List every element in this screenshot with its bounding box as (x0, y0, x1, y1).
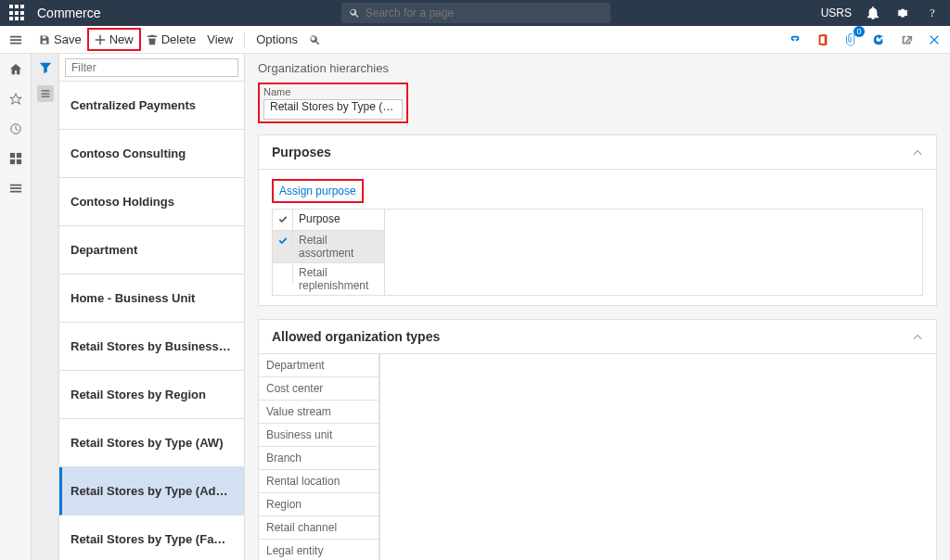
list-filter-bar (59, 54, 244, 82)
org-type-row[interactable]: Legal entity (259, 540, 379, 560)
hierarchy-item[interactable]: Contoso Holdings (59, 178, 244, 226)
check-icon (278, 215, 288, 224)
page-title: Organization hierarchies (245, 54, 950, 83)
filter-input[interactable] (65, 58, 238, 77)
app-launcher-icon[interactable] (9, 5, 26, 21)
toolbar-search-button[interactable] (303, 32, 326, 48)
svg-rect-3 (16, 153, 20, 158)
gear-icon[interactable] (894, 5, 911, 21)
delete-button[interactable]: Delete (141, 30, 202, 49)
hierarchy-item[interactable]: Retail Stores by Type (Advent (59, 467, 244, 515)
popout-icon[interactable] (898, 32, 915, 48)
topbar: Commerce USRS ? (0, 0, 950, 26)
new-label: New (109, 32, 134, 46)
toolbar-right: 0 (787, 32, 943, 48)
purpose-label: Retail replenishment (293, 263, 384, 295)
home-icon[interactable] (7, 61, 24, 78)
list-view-icon[interactable] (37, 85, 54, 102)
org-type-row[interactable]: Region (259, 493, 379, 516)
link-icon[interactable] (787, 32, 803, 48)
workspaces-icon[interactable] (7, 150, 24, 167)
brand-title: Commerce (37, 6, 100, 20)
assign-purpose-link[interactable]: Assign purpose (274, 181, 362, 201)
org-type-row[interactable]: Value stream (259, 401, 379, 424)
hierarchy-item[interactable]: Home - Business Unit (59, 274, 244, 323)
attachments-icon[interactable]: 0 (842, 32, 859, 48)
search-icon (309, 34, 320, 45)
modules-icon[interactable] (7, 180, 24, 197)
hierarchy-item[interactable]: Contoso Consulting (59, 130, 244, 178)
org-type-row[interactable]: Branch (259, 447, 379, 470)
new-button[interactable]: New (87, 28, 141, 51)
hierarchy-list: Centralized PaymentsContoso ConsultingCo… (59, 82, 244, 560)
global-search[interactable] (341, 3, 610, 23)
purposes-title: Purposes (272, 145, 331, 159)
svg-rect-5 (16, 159, 20, 164)
allowed-types-card: Allowed organization types DepartmentCos… (258, 319, 937, 560)
org-type-row[interactable]: Retail channel (259, 516, 379, 540)
purpose-column-label: Purpose (293, 210, 384, 230)
org-type-row[interactable]: Department (259, 354, 379, 377)
chevron-up-icon[interactable] (912, 146, 923, 158)
recent-icon[interactable] (7, 121, 24, 137)
hierarchy-item[interactable]: Retail Stores by Business Unit (59, 323, 244, 371)
nav-rail (0, 54, 32, 560)
purpose-table-header: Purpose (273, 210, 384, 231)
hierarchy-item[interactable]: Department (59, 226, 244, 274)
detail-pane: Organization hierarchies Name Retail Sto… (245, 54, 950, 560)
hierarchy-list-pane: Centralized PaymentsContoso ConsultingCo… (59, 54, 245, 560)
close-icon[interactable] (926, 32, 943, 48)
hierarchy-item[interactable]: Retail Stores by Type (AW) (59, 419, 244, 467)
separator (244, 32, 245, 48)
hamburger-icon[interactable] (7, 32, 24, 48)
command-bar: Save New Delete View Options 0 (0, 26, 950, 54)
purpose-row[interactable]: Retail assortment (273, 231, 384, 263)
purpose-checkbox[interactable] (273, 231, 293, 251)
chevron-up-icon[interactable] (912, 331, 923, 342)
bell-icon[interactable] (865, 5, 881, 21)
svg-rect-2 (9, 153, 14, 158)
allowed-types-title: Allowed organization types (272, 329, 440, 344)
purpose-label: Retail assortment (293, 231, 384, 262)
hierarchy-item[interactable]: Retail Stores by Region (59, 371, 244, 419)
save-label: Save (54, 32, 82, 46)
save-button[interactable]: Save (33, 30, 87, 49)
org-type-row[interactable]: Cost center (259, 377, 379, 401)
topbar-right: USRS ? (821, 5, 941, 21)
svg-rect-4 (9, 159, 14, 164)
hierarchy-item[interactable]: Retail Stores by Type (Fabrik... (59, 515, 244, 560)
org-type-row[interactable]: Business unit (259, 424, 379, 447)
global-search-input[interactable] (366, 6, 604, 19)
attachment-badge: 0 (854, 26, 865, 37)
name-label: Name (263, 86, 403, 97)
options-label: Options (256, 32, 298, 46)
purpose-row[interactable]: Retail replenishment (273, 263, 384, 295)
search-icon (349, 7, 359, 19)
office-icon[interactable] (815, 32, 831, 48)
name-input[interactable]: Retail Stores by Type (Adventur… (263, 99, 403, 120)
user-label[interactable]: USRS (821, 6, 852, 19)
favorites-icon[interactable] (7, 91, 24, 108)
purposes-card: Purposes Assign purpose (258, 134, 937, 306)
view-label: View (207, 32, 233, 46)
help-icon[interactable]: ? (924, 5, 941, 21)
delete-label: Delete (161, 32, 197, 46)
org-type-row[interactable]: Rental location (259, 470, 379, 493)
view-button[interactable]: View (201, 30, 238, 49)
filter-toggle-icon[interactable] (37, 59, 54, 76)
workspace: Centralized PaymentsContoso ConsultingCo… (0, 54, 950, 560)
options-button[interactable]: Options (250, 30, 303, 49)
hierarchy-item[interactable]: Centralized Payments (59, 82, 244, 130)
svg-text:?: ? (930, 6, 934, 19)
refresh-icon[interactable] (870, 32, 887, 48)
filter-rail (32, 54, 59, 560)
purpose-checkbox[interactable] (273, 263, 293, 284)
